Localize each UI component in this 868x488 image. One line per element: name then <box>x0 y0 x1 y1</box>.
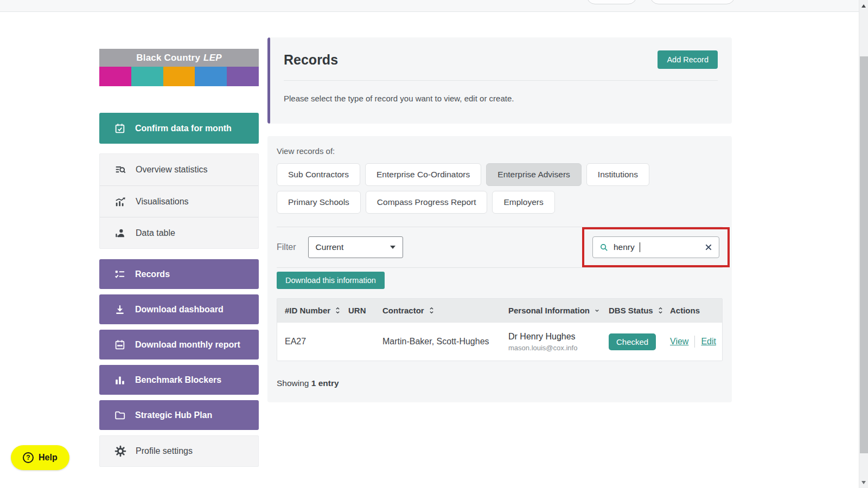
sidebar-item-benchmark-blockers[interactable]: Benchmark Blockers <box>99 365 259 395</box>
download-icon <box>114 304 126 316</box>
text-cursor <box>640 242 641 252</box>
sidebar-item-label: Download monthly report <box>135 340 240 350</box>
person-name: Dr Henry Hughes <box>508 332 576 342</box>
accent-stripe <box>267 37 270 124</box>
clear-search-icon[interactable] <box>705 243 712 251</box>
type-button-institutions[interactable]: Institutions <box>586 163 649 186</box>
download-information-button[interactable]: Download this information <box>277 272 385 289</box>
chart-insights-icon <box>114 196 126 208</box>
page-title: Records <box>284 52 338 68</box>
record-type-buttons: Sub Contractors Enterprise Co-Ordinators… <box>277 163 656 214</box>
action-separator <box>694 336 695 348</box>
search-input[interactable]: henry <box>592 236 719 258</box>
records-panel: View records of: Sub Contractors Enterpr… <box>267 136 732 402</box>
cell-dbs-status: Checked <box>601 323 662 361</box>
header-divider <box>284 80 718 81</box>
type-button-primary-schools[interactable]: Primary Schools <box>277 191 361 214</box>
scroll-down-icon[interactable] <box>861 481 866 484</box>
logo-color-block <box>99 67 131 86</box>
list-search-icon <box>114 164 126 176</box>
type-button-enterprise-co-ordinators[interactable]: Enterprise Co-Ordinators <box>365 163 481 186</box>
type-button-compass-progress-report[interactable]: Compass Progress Report <box>366 191 488 214</box>
logo-color-strip <box>99 67 259 86</box>
add-record-button[interactable]: Add Record <box>658 50 718 69</box>
edit-link[interactable]: Edit <box>701 337 716 346</box>
main-content: Records Add Record Please select the typ… <box>267 37 732 402</box>
column-header-id-number[interactable]: #ID Number <box>277 299 341 322</box>
scrollbar-thumb[interactable] <box>860 56 868 453</box>
sidebar-item-label: Profile settings <box>136 446 193 456</box>
sidebar-item-records[interactable]: Records <box>99 259 259 289</box>
sidebar-item-label: Strategic Hub Plan <box>135 410 212 420</box>
sidebar-group-analytics: Overview statistics Visualisations Data … <box>99 153 259 249</box>
cell-actions: View Edit <box>662 323 722 361</box>
top-bar-button-2[interactable] <box>650 0 735 4</box>
column-header-actions: Actions <box>662 299 722 322</box>
folder-icon <box>114 409 126 421</box>
sidebar-item-confirm-data-for-month[interactable]: Confirm data for month <box>99 113 259 144</box>
sidebar-item-download-monthly-report[interactable]: Download monthly report <box>99 330 259 359</box>
question-mark-icon: ? <box>23 452 34 463</box>
logo-color-block <box>131 67 163 86</box>
type-button-enterprise-advisers[interactable]: Enterprise Advisers <box>486 163 582 186</box>
column-header-contractor[interactable]: Contractor <box>375 299 501 322</box>
sidebar-item-download-dashboard[interactable]: Download dashboard <box>99 294 259 324</box>
app-root: Black Country LEP Confirm data for month <box>0 0 868 488</box>
column-header-personal-information[interactable]: Personal Information <box>501 299 601 322</box>
column-header-urn[interactable]: URN <box>341 299 375 322</box>
calendar-icon <box>114 339 126 351</box>
sidebar-item-overview-statistics[interactable]: Overview statistics <box>100 154 258 185</box>
view-link[interactable]: View <box>670 337 688 346</box>
search-value: henry <box>614 242 635 252</box>
search-highlight-box: henry <box>582 227 730 267</box>
person-email: mason.louis@cox.info <box>508 344 577 352</box>
logo-color-block <box>227 67 259 86</box>
person-data-icon <box>114 227 126 239</box>
table-header-row: #ID Number URN Contractor Personal Infor… <box>277 299 722 322</box>
top-bar-button-1[interactable] <box>586 0 637 4</box>
showing-entries: Showing 1 entry <box>277 378 723 388</box>
filter-selected-value: Current <box>316 242 344 252</box>
sidebar-item-label: Download dashboard <box>135 305 224 314</box>
table-row: EA27 Martin-Baker, Scott-Hughes Dr Henry… <box>277 322 722 361</box>
sidebar-item-label: Confirm data for month <box>135 124 232 133</box>
type-button-sub-contractors[interactable]: Sub Contractors <box>277 163 360 186</box>
filter-row: Filter Current henry <box>277 227 723 267</box>
search-icon <box>599 243 609 252</box>
cell-personal-information: Dr Henry Hughes mason.louis@cox.info <box>501 323 601 361</box>
section-divider <box>277 267 723 268</box>
help-button[interactable]: ? Help <box>11 445 69 470</box>
page-subtitle: Please select the type of record you wan… <box>284 94 718 103</box>
entry-count: 1 entry <box>311 378 339 388</box>
cell-contractor: Martin-Baker, Scott-Hughes <box>375 323 501 361</box>
checklist-icon <box>114 268 126 280</box>
filter-select[interactable]: Current <box>308 236 403 258</box>
status-badge: Checked <box>609 333 656 350</box>
sort-icon <box>428 306 435 314</box>
scroll-up-icon[interactable] <box>861 4 866 8</box>
sidebar-nav: Confirm data for month Overview statisti… <box>99 113 259 467</box>
sidebar-item-label: Visualisations <box>136 197 189 207</box>
vertical-scrollbar[interactable] <box>859 0 868 488</box>
top-bar <box>0 0 859 12</box>
filter-label: Filter <box>277 242 296 252</box>
sidebar: Black Country LEP Confirm data for month <box>99 49 259 477</box>
sidebar-item-strategic-hub-plan[interactable]: Strategic Hub Plan <box>99 400 259 430</box>
cell-urn <box>341 323 375 361</box>
cell-id-number: EA27 <box>277 323 341 361</box>
sidebar-item-profile-settings[interactable]: Profile settings <box>100 436 258 466</box>
column-header-dbs-status[interactable]: DBS Status <box>601 299 662 322</box>
view-records-label: View records of: <box>277 146 723 156</box>
logo-color-block <box>195 67 227 86</box>
sort-desc-icon <box>593 307 601 314</box>
page-header-card: Records Add Record Please select the typ… <box>267 37 732 124</box>
type-button-employers[interactable]: Employers <box>492 191 554 214</box>
sidebar-item-label: Benchmark Blockers <box>135 375 221 385</box>
logo-suffix: LEP <box>203 53 222 63</box>
calendar-check-icon <box>114 123 126 134</box>
sidebar-item-visualisations[interactable]: Visualisations <box>100 185 258 217</box>
logo-color-block <box>163 67 195 86</box>
sidebar-item-data-table[interactable]: Data table <box>100 217 258 248</box>
caret-down-icon <box>390 246 395 249</box>
sidebar-item-label: Data table <box>136 228 175 238</box>
